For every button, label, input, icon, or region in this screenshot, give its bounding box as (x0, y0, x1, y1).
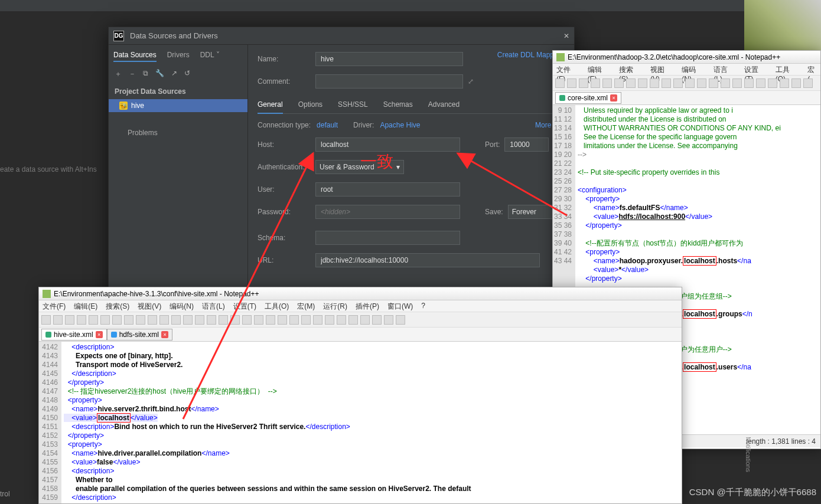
menu-edit[interactable]: 编辑(E) (74, 302, 97, 310)
notepad-hive-site: E:\Environment\apache-hive-3.1.3\conf\hi… (38, 287, 682, 504)
sidebar: Data Sources Drivers DDL ˅ ＋ － ⧉ 🔧 ↗ ↺ P… (109, 45, 248, 309)
menu-encoding[interactable]: 编码(N) (170, 302, 194, 310)
menu-macro[interactable]: 宏(M) (297, 302, 315, 310)
password-label: Password: (258, 208, 311, 216)
status-length: length : 1,381 lines : 4 (747, 437, 816, 446)
tab-options[interactable]: Options (298, 100, 322, 109)
dg-logo: DG (113, 31, 124, 41)
menu-file[interactable]: 文件(F) (43, 302, 66, 310)
driver-label: Driver: (353, 121, 374, 129)
remove-icon[interactable]: － (129, 69, 136, 79)
port-label: Port: (485, 140, 500, 149)
menu-window[interactable]: 窗口(W) (387, 302, 413, 310)
tab-sshssl[interactable]: SSH/SSL (338, 100, 368, 109)
npp-toolbar[interactable] (39, 312, 682, 328)
close-tab-icon[interactable]: × (161, 331, 168, 338)
wrench-icon[interactable]: 🔧 (155, 69, 164, 79)
comment-label: Comment: (258, 77, 311, 86)
npp-toolbar[interactable] (553, 76, 820, 91)
npp-icon (556, 53, 565, 61)
conn-type-value[interactable]: default (317, 121, 338, 129)
user-label: User: (258, 185, 311, 194)
datasource-label: hive (131, 102, 144, 110)
host-label: Host: (258, 140, 311, 149)
password-input[interactable]: <hidden> (315, 205, 460, 219)
tab-general[interactable]: General (258, 100, 283, 114)
watermark: CSDN @千千脆脆的小饼干6688 (689, 487, 816, 498)
trol-fragment: trol (0, 490, 10, 498)
menu-settings[interactable]: 设置(T) (744, 65, 767, 74)
copy-icon[interactable]: ⧉ (143, 69, 148, 79)
dialog-title: Data Sources and Drivers (130, 31, 563, 40)
npp-title: E:\Environment\hadoop-3.2.0\etc\hadoop\c… (568, 53, 780, 61)
arrow-icon[interactable]: ↺ (184, 69, 190, 79)
url-label: URL: (258, 256, 311, 264)
menu-run[interactable]: 运行(R) (323, 302, 347, 310)
host-input[interactable] (315, 138, 460, 152)
menu-view[interactable]: 视图(V) (650, 65, 673, 74)
menu-help[interactable]: ? (421, 302, 425, 310)
menu-settings[interactable]: 设置(T) (233, 302, 256, 310)
chevron-down-icon: ▾ (396, 163, 400, 171)
name-input[interactable] (315, 52, 463, 66)
menu-edit[interactable]: 编辑(E) (588, 65, 611, 74)
hive-icon: 🐝 (119, 102, 128, 110)
gutter: 4142 4143 4144 4145 4146 4147 4148 4149 … (39, 342, 61, 503)
disk-icon (559, 95, 565, 101)
notifications-tab[interactable]: Notifications (745, 437, 752, 472)
menu-search[interactable]: 搜索(S) (106, 302, 129, 310)
tab-advanced[interactable]: Advanced (428, 100, 460, 109)
menu-language[interactable]: 语言(L) (714, 65, 736, 74)
port-input[interactable] (504, 138, 549, 152)
photo-fragment (744, 0, 821, 50)
driver-value[interactable]: Apache Hive (380, 121, 420, 129)
conn-type-label: Connection type: (258, 121, 311, 129)
name-label: Name: (258, 55, 311, 63)
schema-input[interactable] (315, 231, 460, 245)
file-tab-hive[interactable]: hive-site.xml× (41, 329, 107, 341)
datasources-dialog: DG Data Sources and Drivers ✕ Data Sourc… (108, 27, 575, 310)
auth-label: Authentication: (258, 163, 311, 171)
expand-icon[interactable]: ⤢ (468, 77, 474, 86)
save-select[interactable]: Forever (508, 205, 555, 219)
menu-encoding[interactable]: 编码(N) (682, 65, 705, 74)
disk-icon (45, 332, 51, 338)
add-icon[interactable]: ＋ (115, 69, 122, 79)
tab-schemas[interactable]: Schemas (383, 100, 413, 109)
menu-tools[interactable]: 工具(O) (776, 65, 800, 74)
npp-icon (43, 290, 51, 298)
menu-tools[interactable]: 工具(O) (265, 302, 289, 310)
section-label: Project Data Sources (109, 81, 247, 99)
comment-input[interactable] (315, 74, 463, 89)
user-input[interactable] (315, 182, 460, 197)
menu-macro[interactable]: 宏( (807, 65, 817, 74)
save-label: Save: (485, 208, 503, 216)
file-tab-hdfs[interactable]: hdfs-site.xml× (107, 329, 172, 341)
menu-language[interactable]: 语言(L) (202, 302, 225, 310)
main-panel: Create DDL Mapping Name: Comment: ⤢ Gene… (248, 45, 574, 309)
datasource-item-hive[interactable]: 🐝 hive (109, 99, 247, 112)
tab-drivers[interactable]: Drivers (167, 51, 190, 62)
menu-plugins[interactable]: 插件(P) (356, 302, 379, 310)
close-icon[interactable]: ✕ (563, 32, 569, 40)
schema-label: Schema: (258, 234, 311, 242)
close-tab-icon[interactable]: × (96, 331, 103, 338)
close-tab-icon[interactable]: × (610, 94, 617, 102)
file-tab[interactable]: core-site.xml× (555, 92, 621, 104)
problems-link[interactable]: Problems (109, 125, 247, 140)
annotation-label: 一致 (360, 150, 393, 173)
npp-menubar[interactable]: 文件(F) 编辑(E) 搜索(S) 视图(V) 编码(N) 语言(L) 设置(T… (553, 64, 820, 76)
menu-search[interactable]: 搜索(S) (619, 65, 642, 74)
disk-icon (111, 332, 117, 338)
tab-ddl[interactable]: DDL ˅ (200, 51, 220, 62)
ide-hint: eate a data source with Alt+Ins (0, 165, 97, 174)
menu-view[interactable]: 视图(V) (138, 302, 161, 310)
tab-datasources[interactable]: Data Sources (113, 51, 157, 62)
url-input[interactable] (315, 253, 540, 267)
npp-title: E:\Environment\apache-hive-3.1.3\conf\hi… (54, 290, 259, 298)
export-icon[interactable]: ↗ (171, 69, 177, 79)
npp-menubar[interactable]: 文件(F) 编辑(E) 搜索(S) 视图(V) 编码(N) 语言(L) 设置(T… (39, 300, 682, 312)
code-area[interactable]: <description> Expects one of [binary, ht… (61, 342, 682, 503)
menu-file[interactable]: 文件(F) (556, 65, 579, 74)
